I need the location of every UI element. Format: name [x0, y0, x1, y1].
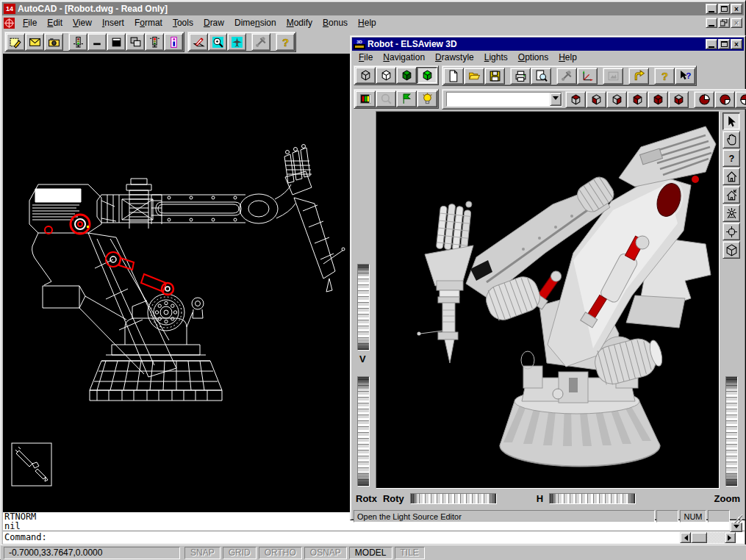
render-viewport[interactable]: [376, 111, 720, 489]
cube-smooth-button[interactable]: [417, 67, 437, 84]
menu-navigation[interactable]: Navigation: [378, 51, 430, 64]
bulb-button[interactable]: [417, 90, 437, 107]
menu-file[interactable]: File: [354, 51, 378, 64]
hand-button[interactable]: [722, 131, 740, 148]
home-button[interactable]: [722, 168, 740, 185]
materials-button[interactable]: [355, 90, 376, 107]
menu-modify[interactable]: Modify: [281, 16, 318, 29]
menu-drawstyle[interactable]: Drawstyle: [430, 51, 479, 64]
signal-red-button[interactable]: [145, 33, 164, 51]
close-button[interactable]: ×: [731, 4, 742, 14]
drawing-file-icon[interactable]: [4, 18, 15, 29]
zoom-plus-button[interactable]: [208, 33, 227, 51]
new-button[interactable]: [443, 68, 464, 85]
toggle-snap[interactable]: SNAP: [184, 547, 220, 559]
mail-button[interactable]: [25, 33, 44, 51]
cube-flat-button[interactable]: [396, 67, 417, 84]
script-button[interactable]: [6, 33, 25, 51]
tools-button[interactable]: [556, 68, 577, 85]
menu-edit[interactable]: Edit: [42, 16, 68, 29]
airplane-button[interactable]: [227, 33, 246, 51]
command-prompt[interactable]: Command:: [3, 531, 745, 544]
toggle-osnap[interactable]: OSNAP: [304, 547, 347, 559]
camera-button[interactable]: [44, 33, 63, 51]
seek-button[interactable]: [722, 223, 740, 240]
headlight-button[interactable]: [722, 204, 740, 222]
resize-grip[interactable]: [733, 514, 742, 523]
toggle-model[interactable]: MODEL: [349, 547, 392, 559]
scroll-left-button[interactable]: [680, 532, 691, 543]
snapshot-button[interactable]: [603, 68, 623, 85]
dolly-thumbwheel[interactable]: [357, 264, 370, 351]
print-button[interactable]: [510, 68, 531, 85]
pointer-button[interactable]: [722, 112, 740, 130]
view-cube-2-button[interactable]: [586, 91, 606, 108]
menu-draw[interactable]: Draw: [198, 16, 229, 29]
mdi-minimize-button[interactable]: [706, 18, 717, 28]
window-button[interactable]: [107, 33, 126, 51]
toggle-grid[interactable]: GRID: [223, 547, 257, 559]
context-help-button[interactable]: ?: [675, 68, 695, 85]
sphere-2-button[interactable]: [714, 91, 735, 108]
menu-lights[interactable]: Lights: [479, 51, 513, 64]
maximize-button[interactable]: [718, 39, 730, 49]
combobox-dropdown-button[interactable]: [550, 93, 562, 106]
menu-tools[interactable]: Tools: [168, 16, 198, 29]
minus-button[interactable]: [87, 33, 107, 51]
rotx-thumbwheel[interactable]: [357, 376, 370, 487]
command-horizontal-scrollbar[interactable]: [680, 532, 736, 543]
open-icon: [468, 70, 481, 82]
tools-button[interactable]: [251, 33, 270, 51]
view-cube-5-button[interactable]: [648, 91, 668, 108]
toggle-tile[interactable]: TILE: [395, 547, 425, 559]
zoom-thumbwheel[interactable]: [725, 376, 738, 487]
cube-wire-button[interactable]: [355, 67, 376, 84]
menu-file[interactable]: File: [18, 16, 42, 29]
info-button[interactable]: [164, 33, 183, 51]
h-thumbwheel[interactable]: [549, 493, 636, 504]
what-button[interactable]: ?: [722, 149, 740, 167]
view-preset-combobox[interactable]: [446, 92, 562, 107]
elsaview-titlebar[interactable]: 3D Robot - ELSAview 3D ×: [352, 37, 744, 51]
menu-insert[interactable]: Insert: [97, 16, 129, 29]
maximize-button[interactable]: [718, 4, 730, 14]
sphere-3-button[interactable]: [735, 91, 746, 108]
help-yellow-button[interactable]: ?: [276, 33, 295, 51]
menu-help[interactable]: Help: [353, 16, 381, 29]
view-cube-1-button[interactable]: [565, 91, 586, 108]
menu-view[interactable]: View: [68, 16, 97, 29]
redline-button[interactable]: [189, 33, 208, 51]
home-set-button[interactable]: [722, 186, 740, 204]
flag-button[interactable]: [396, 90, 417, 107]
menu-dimension[interactable]: Dimension: [229, 16, 281, 29]
scroll-right-button[interactable]: [725, 532, 736, 543]
view-cube-6-button[interactable]: [668, 91, 689, 108]
minimize-button[interactable]: [706, 39, 717, 49]
axes-button[interactable]: [577, 68, 598, 85]
autocad-titlebar[interactable]: 14 AutoCAD - [Robot.dwg - Read Only] ×: [2, 2, 744, 15]
zoom-gray-button[interactable]: [376, 90, 396, 107]
cube-hidden-button[interactable]: [376, 67, 396, 84]
open-button[interactable]: [464, 68, 484, 85]
menu-options[interactable]: Options: [513, 51, 553, 64]
close-button[interactable]: ×: [731, 39, 742, 49]
view-cube-4-button[interactable]: [627, 91, 648, 108]
minimize-button[interactable]: [706, 4, 717, 14]
view-cube-3-button[interactable]: [606, 91, 627, 108]
menu-format[interactable]: Format: [129, 16, 168, 29]
menu-bonus[interactable]: Bonus: [318, 16, 353, 29]
toggle-ortho[interactable]: ORTHO: [259, 547, 302, 559]
preview-button[interactable]: [531, 68, 551, 85]
mdi-restore-button[interactable]: [718, 18, 730, 28]
save-button[interactable]: [484, 68, 505, 85]
export-button[interactable]: [628, 68, 649, 85]
scrollbar-thumb[interactable]: [691, 532, 707, 543]
cascade-button[interactable]: [126, 33, 145, 51]
perspective-button[interactable]: [722, 241, 740, 259]
help-yellow-button[interactable]: ?: [654, 68, 675, 85]
mdi-close-button[interactable]: ×: [731, 18, 742, 28]
menu-help[interactable]: Help: [553, 51, 582, 64]
roty-thumbwheel[interactable]: [410, 493, 497, 504]
signal-green-button[interactable]: [68, 33, 87, 51]
sphere-1-button[interactable]: [694, 91, 714, 108]
